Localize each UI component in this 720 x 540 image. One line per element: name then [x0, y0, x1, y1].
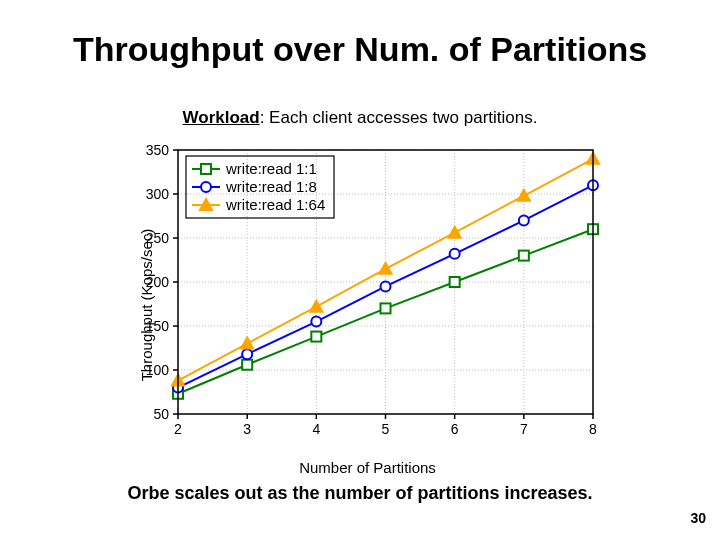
y-axis-label: Throughput (Kops/sec) — [138, 229, 155, 382]
svg-point-69 — [201, 182, 211, 192]
svg-text:write:read 1:1: write:read 1:1 — [225, 160, 317, 177]
chart-container: Throughput (Kops/sec) 234567850100150200… — [130, 140, 605, 470]
slide-title: Throughput over Num. of Partitions — [0, 30, 720, 69]
svg-marker-32 — [449, 227, 461, 238]
svg-text:write:read 1:8: write:read 1:8 — [225, 178, 317, 195]
svg-marker-31 — [380, 263, 392, 274]
svg-text:4: 4 — [312, 421, 320, 437]
svg-text:2: 2 — [174, 421, 182, 437]
svg-point-24 — [381, 281, 391, 291]
svg-text:3: 3 — [243, 421, 251, 437]
svg-marker-30 — [310, 301, 322, 312]
svg-text:6: 6 — [451, 421, 459, 437]
svg-text:300: 300 — [146, 186, 170, 202]
svg-text:7: 7 — [520, 421, 528, 437]
svg-text:write:read 1:64: write:read 1:64 — [225, 196, 325, 213]
svg-marker-29 — [241, 338, 253, 349]
svg-point-25 — [450, 249, 460, 259]
svg-text:5: 5 — [382, 421, 390, 437]
svg-marker-33 — [518, 190, 530, 201]
svg-rect-15 — [242, 360, 252, 370]
svg-rect-66 — [201, 164, 211, 174]
svg-rect-18 — [450, 277, 460, 287]
svg-point-23 — [311, 317, 321, 327]
svg-rect-16 — [311, 332, 321, 342]
subtitle-lead: Workload — [183, 108, 260, 127]
svg-text:350: 350 — [146, 142, 170, 158]
page-number: 30 — [690, 510, 706, 526]
svg-text:8: 8 — [589, 421, 597, 437]
x-axis-label: Number of Partitions — [130, 459, 605, 476]
svg-point-26 — [519, 215, 529, 225]
chart-plot: 234567850100150200250300350write:read 1:… — [130, 140, 605, 450]
subtitle-rest: : Each client accesses two partitions. — [260, 108, 538, 127]
slide-caption: Orbe scales out as the number of partiti… — [0, 483, 720, 504]
svg-text:50: 50 — [153, 406, 169, 422]
svg-rect-19 — [519, 251, 529, 261]
slide: Throughput over Num. of Partitions Workl… — [0, 0, 720, 540]
svg-rect-17 — [381, 303, 391, 313]
workload-subtitle: Workload: Each client accesses two parti… — [0, 108, 720, 128]
svg-point-22 — [242, 349, 252, 359]
